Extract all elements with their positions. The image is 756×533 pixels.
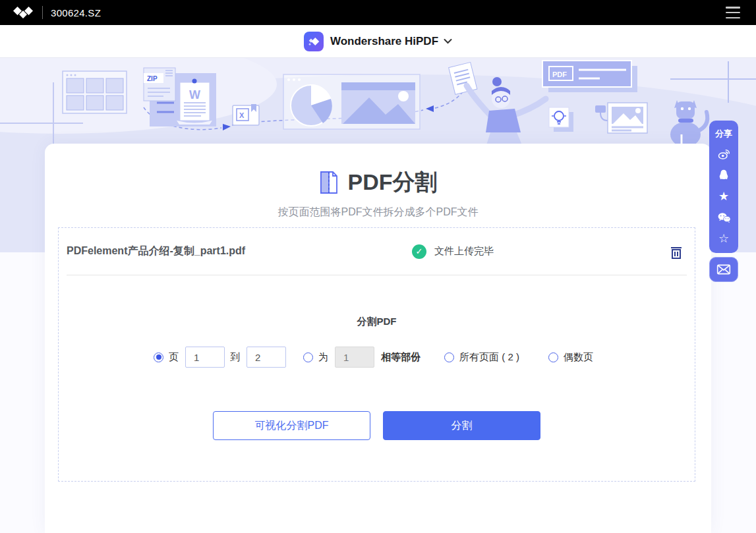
page-label: 页: [169, 351, 179, 364]
mail-icon: [716, 264, 731, 275]
feedback-mail-button[interactable]: [709, 257, 738, 282]
share-label: 分享: [715, 126, 732, 144]
upload-status: ✓ 文件上传完毕: [412, 244, 494, 259]
all-pages-label: 所有页面 ( 2 ): [459, 351, 519, 364]
upload-status-text: 文件上传完毕: [434, 245, 494, 258]
radio-equal-parts[interactable]: [303, 352, 313, 362]
topbar-divider: [42, 6, 43, 19]
uploaded-file-row: PDFelement产品介绍-复制_part1.pdf ✓ 文件上传完毕: [67, 228, 687, 275]
favorite-star-icon[interactable]: ☆: [709, 228, 738, 249]
file-name: PDFelement产品介绍-复制_part1.pdf: [67, 244, 245, 258]
upload-dropzone: PDFelement产品介绍-复制_part1.pdf ✓ 文件上传完毕 分割P…: [58, 227, 695, 482]
topbar: 300624.SZ: [0, 0, 756, 25]
split-options-row: 页 到 为 相等部份 所有页面 ( 2 ) 偶数页: [59, 347, 695, 368]
brand-header: Wondershare HiPDF: [0, 25, 756, 58]
weibo-icon[interactable]: [709, 144, 738, 165]
option-page-range: 页 到: [154, 347, 286, 368]
split-section-title: 分割PDF: [59, 316, 695, 328]
for-label: 为: [318, 351, 328, 364]
qzone-icon[interactable]: ★: [709, 186, 738, 207]
wechat-icon[interactable]: [709, 207, 738, 228]
brand-name[interactable]: Wondershare HiPDF: [330, 35, 438, 48]
svg-text:X: X: [239, 111, 245, 119]
page-title: PDF分割: [348, 167, 438, 198]
visual-split-button[interactable]: 可视化分割PDF: [213, 411, 370, 440]
stock-code: 300624.SZ: [51, 7, 101, 18]
qq-icon[interactable]: [709, 165, 738, 186]
radio-even-pages[interactable]: [548, 352, 558, 362]
page-subtitle: 按页面范围将PDF文件拆分成多个PDF文件: [45, 206, 711, 219]
radio-all-pages[interactable]: [444, 352, 454, 362]
excel-file-illustration: X: [233, 104, 259, 125]
page-title-row: PDF分割: [45, 144, 711, 198]
trash-icon: [670, 245, 683, 260]
wondershare-logo-icon[interactable]: [12, 5, 34, 20]
parts-count-input[interactable]: [335, 347, 374, 368]
to-page-input[interactable]: [247, 347, 286, 368]
option-all-pages: 所有页面 ( 2 ): [444, 351, 526, 364]
action-buttons-row: 可视化分割PDF 分割: [59, 411, 695, 440]
pdf-card-illustration: PDF: [542, 61, 637, 92]
even-pages-label: 偶数页: [564, 351, 593, 364]
hipdf-logo-icon[interactable]: [304, 32, 324, 51]
svg-text:PDF: PDF: [552, 70, 567, 78]
zip-file-illustration: ZIP: [144, 68, 175, 101]
option-equal-parts: 为 相等部份: [303, 347, 427, 368]
main-card: PDF分割 按页面范围将PDF文件拆分成多个PDF文件 PDFelement产品…: [45, 144, 711, 533]
success-check-icon: ✓: [412, 244, 426, 259]
chevron-down-icon[interactable]: [444, 38, 452, 44]
radio-page-range[interactable]: [154, 352, 163, 362]
chart-window-illustration: [283, 74, 420, 129]
grid-window-illustration: [63, 71, 127, 113]
from-page-input[interactable]: [185, 347, 225, 368]
delete-file-button[interactable]: [670, 245, 683, 260]
split-pdf-icon: [319, 171, 339, 194]
hamburger-menu-icon[interactable]: [726, 7, 741, 18]
option-even-pages: 偶数页: [548, 351, 600, 364]
share-panel: 分享 ★ ☆: [709, 121, 738, 282]
svg-text:W: W: [189, 88, 200, 101]
split-button[interactable]: 分割: [383, 411, 540, 440]
parts-label: 相等部份: [381, 351, 421, 364]
svg-text:ZIP: ZIP: [147, 75, 158, 82]
to-label: 到: [230, 351, 240, 364]
